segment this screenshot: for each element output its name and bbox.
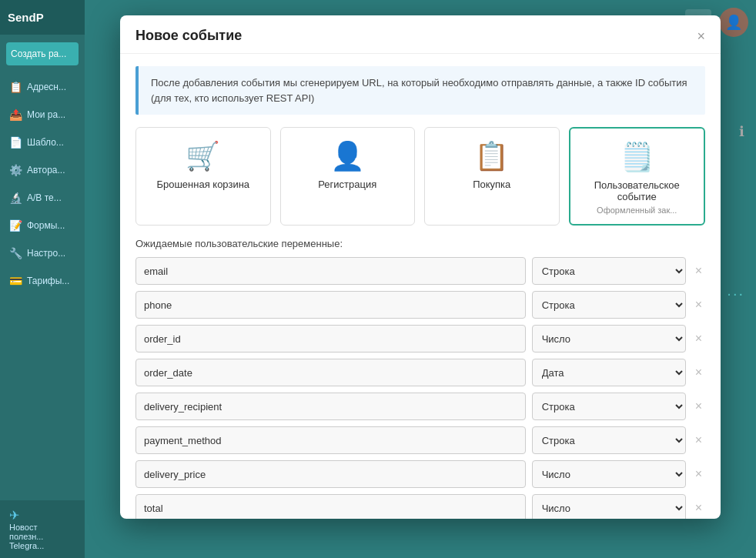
sidebar-item-settings[interactable]: 🔧 Настро... — [0, 239, 85, 267]
variables-label: Ожидаемые пользовательские переменные: — [135, 238, 705, 249]
sidebar-item-addresses[interactable]: 📋 Адресн... — [0, 73, 85, 101]
my-icon: 📤 — [9, 109, 22, 121]
modal: Новое событие × После добавления события… — [120, 15, 721, 519]
sidebar-item-label: Мои ра... — [27, 109, 65, 120]
variable-row: Строка Число Дата Булево × — [135, 291, 705, 319]
variable-delete-button[interactable]: × — [692, 502, 705, 514]
news-line1: Новост — [9, 523, 75, 532]
news-line2: полезн... — [9, 532, 75, 541]
custom-subtitle: Оформленный зак... — [597, 205, 677, 215]
variable-row: Строка Число Дата Булево × — [135, 426, 705, 454]
settings-icon: 🔧 — [9, 247, 22, 259]
automation-icon: ⚙️ — [9, 164, 22, 176]
variables-scroll[interactable]: Строка Число Дата Булево × Строка Число … — [120, 257, 721, 519]
event-card-custom[interactable]: 🗒️ Пользовательское событие Оформленный … — [569, 127, 706, 226]
variable-name-input[interactable] — [135, 291, 526, 319]
variable-type-select[interactable]: Строка Число Дата Булево — [532, 426, 686, 454]
variable-delete-button[interactable]: × — [692, 299, 705, 311]
variable-row: Строка Число Дата Булево × — [135, 393, 705, 420]
modal-header: Новое событие × — [120, 15, 721, 54]
sidebar-news[interactable]: ✈ Новост полезн... Telegra... — [0, 500, 85, 558]
registration-label: Регистрация — [318, 179, 376, 190]
purchase-label: Покупка — [473, 179, 510, 190]
variable-type-select[interactable]: Строка Число Дата Булево — [532, 291, 686, 319]
sidebar-item-label: Тарифы... — [27, 276, 69, 286]
variable-type-select[interactable]: Строка Число Дата Булево — [532, 325, 686, 353]
event-card-purchase[interactable]: 📋 Покупка — [424, 127, 560, 226]
forms-icon: 📝 — [9, 219, 22, 232]
event-card-cart[interactable]: 🛒 Брошенная корзина — [135, 127, 271, 226]
custom-icon: 🗒️ — [620, 141, 654, 173]
purchase-icon: 📋 — [474, 140, 509, 172]
event-cards: 🛒 Брошенная корзина 👤 Регистрация 📋 Поку… — [120, 127, 721, 238]
templates-icon: 📄 — [9, 136, 22, 149]
variable-name-input[interactable] — [135, 494, 526, 519]
sidebar-item-ab[interactable]: 🔬 А/В те... — [0, 184, 85, 212]
sidebar-item-label: Настро... — [27, 248, 65, 259]
variable-name-input[interactable] — [135, 393, 526, 420]
sidebar: SendP Создать ра... 📋 Адресн... 📤 Мои ра… — [0, 0, 85, 558]
variable-type-select[interactable]: Строка Число Дата Булево — [532, 359, 686, 386]
variable-delete-button[interactable]: × — [692, 332, 705, 345]
variable-delete-button[interactable]: × — [692, 366, 705, 379]
variable-row: Строка Число Дата Булево × — [135, 359, 705, 386]
modal-overlay: Новое событие × После добавления события… — [85, 0, 756, 558]
sidebar-item-label: Автора... — [27, 165, 65, 175]
variable-name-input[interactable] — [135, 325, 526, 353]
variable-name-input[interactable] — [135, 359, 526, 386]
sidebar-item-label: Формы... — [27, 220, 65, 231]
variable-name-input[interactable] — [135, 257, 526, 285]
cart-icon: 🛒 — [186, 140, 220, 172]
variable-delete-button[interactable]: × — [692, 468, 705, 480]
variable-delete-button[interactable]: × — [692, 400, 705, 413]
variable-type-select[interactable]: Строка Число Дата Булево — [532, 257, 686, 285]
sidebar-item-templates[interactable]: 📄 Шабло... — [0, 129, 85, 156]
create-button[interactable]: Создать ра... — [6, 42, 79, 65]
modal-body: После добавления события мы сгенерируем … — [120, 54, 721, 519]
sidebar-item-label: Адресн... — [27, 82, 66, 92]
sidebar-logo: SendP — [0, 0, 85, 35]
tariffs-icon: 💳 — [9, 275, 22, 287]
variable-delete-button[interactable]: × — [692, 434, 705, 446]
sidebar-item-label: Шабло... — [27, 137, 64, 148]
variable-row: Строка Число Дата Булево × — [135, 257, 705, 285]
news-line3: Telegra... — [9, 541, 75, 550]
event-card-registration[interactable]: 👤 Регистрация — [280, 127, 416, 226]
sidebar-bottom: ✈ Новост полезн... Telegra... — [0, 500, 85, 558]
modal-close-button[interactable]: × — [697, 29, 705, 43]
variables-section: Ожидаемые пользовательские переменные: — [120, 238, 721, 249]
variable-row: Строка Число Дата Булево × — [135, 494, 705, 519]
variable-name-input[interactable] — [135, 426, 526, 454]
registration-icon: 👤 — [330, 140, 365, 172]
variable-row: Строка Число Дата Булево × — [135, 325, 705, 353]
telegram-icon: ✈ — [9, 508, 75, 523]
sidebar-item-my[interactable]: 📤 Мои ра... — [0, 101, 85, 129]
ab-icon: 🔬 — [9, 192, 22, 204]
variable-type-select[interactable]: Строка Число Дата Булево — [532, 494, 686, 519]
variable-delete-button[interactable]: × — [692, 265, 705, 277]
sidebar-item-forms[interactable]: 📝 Формы... — [0, 212, 85, 239]
custom-label: Пользовательское событие — [578, 179, 697, 202]
sidebar-item-automation[interactable]: ⚙️ Автора... — [0, 156, 85, 184]
variable-name-input[interactable] — [135, 460, 526, 488]
sidebar-item-tariffs[interactable]: 💳 Тарифы... — [0, 267, 85, 295]
variable-type-select[interactable]: Строка Число Дата Булево — [532, 460, 686, 488]
variable-row: Строка Число Дата Булево × — [135, 460, 705, 488]
info-banner: После добавления события мы сгенерируем … — [135, 66, 705, 115]
cart-label: Брошенная корзина — [156, 179, 249, 190]
sidebar-item-label: А/В те... — [27, 192, 62, 203]
modal-title: Новое событие — [135, 28, 242, 44]
variable-type-select[interactable]: Строка Число Дата Булево — [532, 393, 686, 420]
addresses-icon: 📋 — [9, 81, 22, 93]
